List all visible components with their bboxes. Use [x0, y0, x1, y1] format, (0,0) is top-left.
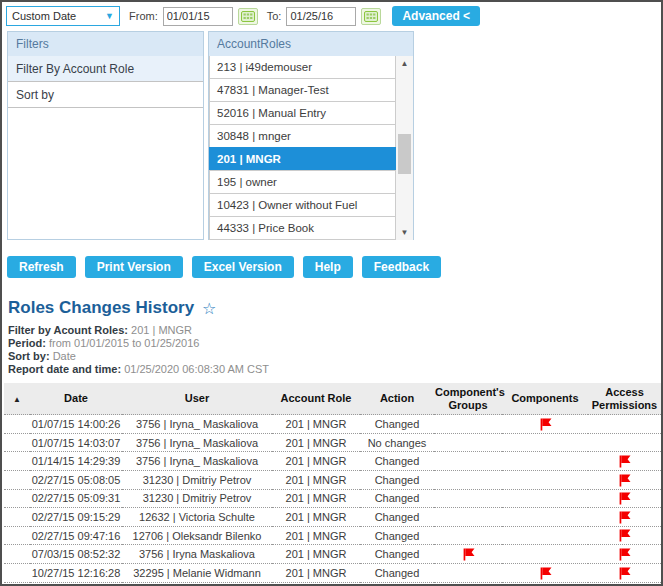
cell-role: 201 | MNGR: [272, 508, 360, 527]
cell-action: Changed: [360, 471, 434, 490]
account-roles-list: 213 | i49demouser 47831 | Manager-Test 5…: [209, 56, 396, 240]
table-row: 02/27/15 09:15:29 12632 | Victoria Schul…: [4, 508, 661, 527]
role-list-item[interactable]: 213 | i49demouser: [209, 56, 396, 79]
action-buttons-row: Refresh Print Version Excel Version Help…: [7, 256, 661, 278]
cell-role: 201 | MNGR: [272, 433, 360, 452]
col-header-account-role[interactable]: Account Role: [272, 383, 360, 415]
chevron-down-icon: ▼: [105, 11, 114, 21]
from-label: From:: [129, 10, 158, 22]
table-row: 02/27/15 05:08:05 31230 | Dmitriy Petrov…: [4, 471, 661, 490]
cell-user: 31230 | Dmitriy Petrov: [122, 471, 272, 490]
cell-role: 201 | MNGR: [272, 415, 360, 434]
role-list-item-selected[interactable]: 201 | MNGR: [209, 147, 396, 171]
role-list-item[interactable]: 47831 | Manager-Test: [209, 78, 396, 102]
report-meta: Filter by Acount Roles: 201 | MNGR Perio…: [8, 324, 661, 376]
table-row: 01/14/15 14:29:39 3756 | Iryna_ Maskalio…: [4, 452, 661, 471]
roles-changes-history-window: Custom Date ▼ From: To: Advanced < Filte…: [0, 0, 663, 586]
cell-date: 02/27/15 05:09:31: [30, 489, 122, 508]
table-header-row: ▲ Date User Account Role Action Componen…: [4, 383, 661, 415]
changes-flag-icon: [618, 566, 631, 578]
account-roles-panel-title: AccountRoles: [209, 32, 413, 56]
advanced-button[interactable]: Advanced <: [392, 6, 480, 26]
changes-flag-icon: [618, 510, 631, 522]
changes-flag-icon: [618, 547, 631, 559]
cell-action: Changed: [360, 452, 434, 471]
cell-date: 02/27/15 09:47:16: [30, 526, 122, 545]
meta-filter-by: Filter by Acount Roles: 201 | MNGR: [8, 324, 661, 337]
cell-date: 02/27/15 09:15:29: [30, 508, 122, 527]
table-row: 07/03/15 08:52:32 3756 | Iryna Maskaliov…: [4, 545, 661, 564]
cell-user: 3756 | Iryna_ Maskaliova: [122, 415, 272, 434]
table-row: 01/07/15 14:00:26 3756 | Iryna_ Maskalio…: [4, 415, 661, 434]
to-date-input[interactable]: [286, 7, 356, 26]
col-header-components[interactable]: Components: [502, 383, 588, 415]
role-list-item[interactable]: 44342 | RBA Manager: [209, 239, 396, 240]
role-list-item[interactable]: 10423 | Owner without Fuel: [209, 193, 396, 217]
cell-user: 31230 | Dmitriy Petrov: [122, 489, 272, 508]
favorite-star-icon[interactable]: ☆: [202, 299, 216, 318]
scrollbar-thumb[interactable]: [398, 134, 411, 174]
scroll-down-icon[interactable]: ▼: [396, 225, 413, 240]
role-list-item[interactable]: 52016 | Manual Entry: [209, 101, 396, 125]
date-range-value: Custom Date: [12, 10, 76, 22]
cell-user: 12706 | Oleksandr Bilenko: [122, 526, 272, 545]
to-calendar-icon[interactable]: [361, 8, 381, 25]
cell-user: 32295 | Melanie Widmann: [122, 564, 272, 583]
date-range-dropdown[interactable]: Custom Date ▼: [6, 6, 120, 26]
cell-action: Changed: [360, 508, 434, 527]
col-header-access-permissions[interactable]: Access Permissions: [588, 383, 661, 415]
excel-version-button[interactable]: Excel Version: [192, 256, 294, 278]
meta-period: Period: from 01/01/2015 to 01/25/2016: [8, 337, 661, 350]
cell-date: 01/07/15 14:03:07: [30, 433, 122, 452]
page-title: Roles Changes History: [8, 298, 194, 318]
role-list-item[interactable]: 44333 | Price Book: [209, 216, 396, 240]
from-date-input[interactable]: [163, 7, 233, 26]
refresh-button[interactable]: Refresh: [7, 256, 76, 278]
filter-item-account-role[interactable]: Filter By Account Role: [8, 56, 203, 82]
cell-action: Changed: [360, 545, 434, 564]
roles-scrollbar[interactable]: ▲ ▼: [396, 56, 413, 240]
cell-user: 3756 | Iryna_ Maskaliova: [122, 433, 272, 452]
cell-action: Changed: [360, 489, 434, 508]
filter-panels: Filters Filter By Account Role Sort by A…: [2, 31, 661, 243]
changes-flag-icon: [618, 529, 631, 541]
col-header-action[interactable]: Action: [360, 383, 434, 415]
col-header-user[interactable]: User: [122, 383, 272, 415]
sort-asc-icon[interactable]: ▲: [13, 395, 21, 404]
cell-date: 07/03/15 08:52:32: [30, 545, 122, 564]
filters-panel-title: Filters: [8, 32, 203, 56]
cell-role: 201 | MNGR: [272, 471, 360, 490]
cell-date: 02/27/15 05:08:05: [30, 471, 122, 490]
role-list-item[interactable]: 30848 | mnger: [209, 124, 396, 148]
changes-table: ▲ Date User Account Role Action Componen…: [4, 383, 661, 583]
from-calendar-icon[interactable]: [238, 8, 258, 25]
help-button[interactable]: Help: [303, 256, 353, 278]
changes-flag-icon: [618, 492, 631, 504]
cell-role: 201 | MNGR: [272, 564, 360, 583]
col-header-date[interactable]: Date: [30, 383, 122, 415]
changes-flag-icon: [539, 417, 552, 429]
cell-action: No changes: [360, 433, 434, 452]
col-header-components-groups[interactable]: Component's Groups: [434, 383, 502, 415]
filters-panel: Filters Filter By Account Role Sort by: [7, 31, 204, 240]
cell-date: 10/27/15 12:16:28: [30, 564, 122, 583]
changes-flag-icon: [462, 547, 475, 559]
table-row: 01/07/15 14:03:07 3756 | Iryna_ Maskalio…: [4, 433, 661, 452]
cell-action: Changed: [360, 526, 434, 545]
cell-action: Changed: [360, 415, 434, 434]
changes-flag-icon: [618, 473, 631, 485]
cell-role: 201 | MNGR: [272, 545, 360, 564]
cell-user: 3756 | Iryna_ Maskaliova: [122, 452, 272, 471]
table-row: 02/27/15 05:09:31 31230 | Dmitriy Petrov…: [4, 489, 661, 508]
feedback-button[interactable]: Feedback: [362, 256, 441, 278]
meta-sort-by: Sort by: Date: [8, 350, 661, 363]
to-label: To:: [267, 10, 282, 22]
table-row: 10/27/15 12:16:28 32295 | Melanie Widman…: [4, 564, 661, 583]
cell-role: 201 | MNGR: [272, 489, 360, 508]
print-version-button[interactable]: Print Version: [85, 256, 183, 278]
changes-flag-icon: [618, 454, 631, 466]
filter-item-sort-by[interactable]: Sort by: [8, 82, 203, 108]
scroll-up-icon[interactable]: ▲: [396, 56, 413, 71]
role-list-item[interactable]: 195 | owner: [209, 170, 396, 194]
cell-action: Changed: [360, 564, 434, 583]
